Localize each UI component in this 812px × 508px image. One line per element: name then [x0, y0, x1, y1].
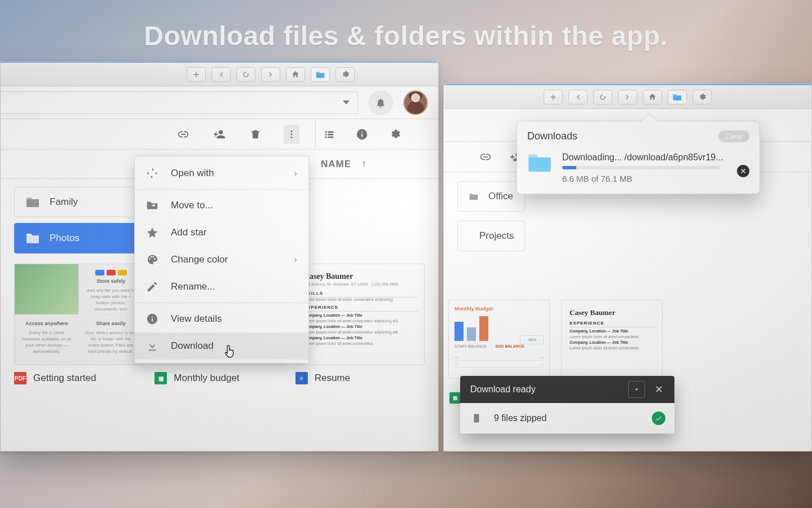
view-list-button[interactable] [321, 126, 337, 142]
settings-button[interactable] [387, 126, 403, 142]
info-circle-icon [146, 313, 158, 325]
chevron-left-icon [217, 70, 226, 79]
trash-icon [249, 128, 262, 141]
get-link-button[interactable] [175, 126, 191, 142]
toolbar-forward-button[interactable] [618, 90, 637, 104]
toolbar [444, 84, 811, 109]
download-filename: Downloading... /download/a6pn85vr19... [562, 152, 723, 163]
menu-item-label: Rename... [171, 281, 215, 292]
chevron-right-icon: › [294, 254, 297, 265]
clear-downloads-button[interactable]: Clear [718, 130, 749, 142]
chevron-left-icon [573, 93, 582, 102]
file-item-getting-started[interactable]: Store safelyAdd any file you want to kee… [14, 264, 143, 384]
gear-icon [389, 128, 401, 141]
file-label: Getting started [33, 373, 96, 384]
toolbar-back-button[interactable] [211, 67, 231, 82]
cancel-download-button[interactable] [737, 165, 749, 177]
file-item-resume[interactable]: Casey Baumer 123 Address St · Anytown, S… [295, 264, 425, 384]
chevron-down-icon [633, 386, 641, 393]
docs-icon: ≡ [295, 372, 308, 384]
notifications-button[interactable] [368, 90, 393, 115]
menu-item-label: Open with [171, 168, 214, 179]
toolbar-settings-button[interactable] [692, 90, 712, 104]
menu-item-open-with[interactable]: Open with › [135, 160, 308, 187]
details-button[interactable] [354, 126, 370, 142]
menu-item-rename[interactable]: Rename... [135, 273, 308, 300]
link-icon [177, 128, 189, 141]
toolbar-forward-button[interactable] [261, 67, 280, 82]
delete-button[interactable] [248, 126, 263, 142]
column-name[interactable]: NAME [321, 159, 351, 170]
share-button[interactable] [211, 126, 227, 142]
menu-item-move-to[interactable]: Move to... [135, 192, 308, 219]
folder-item-office[interactable]: Office [457, 181, 525, 212]
chevron-down-icon [343, 100, 350, 104]
pencil-icon [146, 281, 158, 293]
divider [315, 119, 316, 150]
chevron-right-icon: › [294, 168, 297, 179]
folder-item-photos[interactable]: Photos [14, 223, 144, 253]
menu-item-add-star[interactable]: Add star [135, 219, 308, 246]
downloads-popover: Downloads Clear Downloading... /download… [517, 121, 760, 194]
refresh-icon [598, 93, 607, 102]
folder-move-icon [146, 199, 158, 212]
user-avatar[interactable] [403, 90, 428, 115]
toolbar-refresh-button[interactable] [593, 90, 612, 104]
close-panel-button[interactable]: ✕ [651, 383, 667, 396]
gear-icon [341, 70, 350, 79]
file-thumbnail: Casey Baumer 123 Address St · Anytown, S… [295, 264, 425, 365]
get-link-button[interactable] [478, 149, 493, 165]
folder-label: Photos [50, 233, 80, 244]
folder-icon [673, 93, 682, 102]
svg-point-0 [291, 130, 293, 132]
menu-item-label: Add star [171, 227, 206, 238]
download-item: Downloading... /download/a6pn85vr19... 6… [527, 152, 749, 183]
svg-point-2 [291, 136, 293, 138]
home-icon [291, 70, 300, 79]
file-label: Resume [315, 373, 350, 384]
download-progress-bar [562, 166, 720, 169]
star-icon [146, 226, 158, 239]
file-label: Monthly budget [174, 373, 239, 384]
sort-ascending-icon[interactable]: ↑ [361, 158, 367, 170]
toolbar-settings-button[interactable] [336, 67, 355, 82]
panel-body-text: 9 files zipped [494, 413, 546, 423]
person-add-icon [213, 128, 226, 141]
open-with-icon [146, 167, 158, 179]
toolbar-refresh-button[interactable] [236, 67, 255, 82]
folder-icon [469, 191, 478, 202]
toolbar-home-button[interactable] [286, 67, 305, 82]
menu-item-label: Download [171, 340, 214, 352]
toolbar-folder-button[interactable] [311, 67, 330, 82]
sheets-icon: ▦ [449, 392, 461, 404]
context-menu: Open with › Move to... Add star Change c… [134, 156, 309, 364]
folder-label: Office [488, 191, 513, 202]
toolbar-add-tab-button[interactable] [544, 90, 563, 104]
sheets-icon: ▦ [155, 372, 167, 384]
toolbar-add-tab-button[interactable] [187, 67, 206, 82]
menu-item-label: View details [171, 313, 222, 325]
toolbar-back-button[interactable] [568, 90, 588, 104]
panel-title: Download ready [470, 384, 536, 395]
folder-item-family[interactable]: Family [14, 187, 144, 217]
toolbar-home-button[interactable] [643, 90, 662, 104]
close-icon [740, 168, 747, 174]
action-bar [1, 119, 438, 150]
folder-label: Family [50, 196, 78, 208]
menu-item-download[interactable]: Download [135, 332, 308, 360]
menu-item-change-color[interactable]: Change color › [135, 246, 308, 273]
more-vertical-icon [286, 128, 297, 141]
chevron-right-icon [623, 93, 632, 102]
home-icon [648, 93, 657, 102]
folder-item-projects[interactable]: Projects [457, 221, 525, 251]
toolbar [1, 62, 438, 86]
folder-icon [26, 233, 39, 244]
cursor-pointer-icon [224, 344, 237, 359]
search-input-collapsed[interactable] [1, 91, 358, 114]
info-icon [356, 128, 368, 141]
menu-item-view-details[interactable]: View details [135, 305, 308, 332]
collapse-panel-button[interactable] [628, 381, 645, 398]
more-actions-button[interactable] [284, 125, 299, 144]
toolbar-folder-button[interactable] [668, 90, 687, 104]
folder-icon [316, 70, 325, 79]
